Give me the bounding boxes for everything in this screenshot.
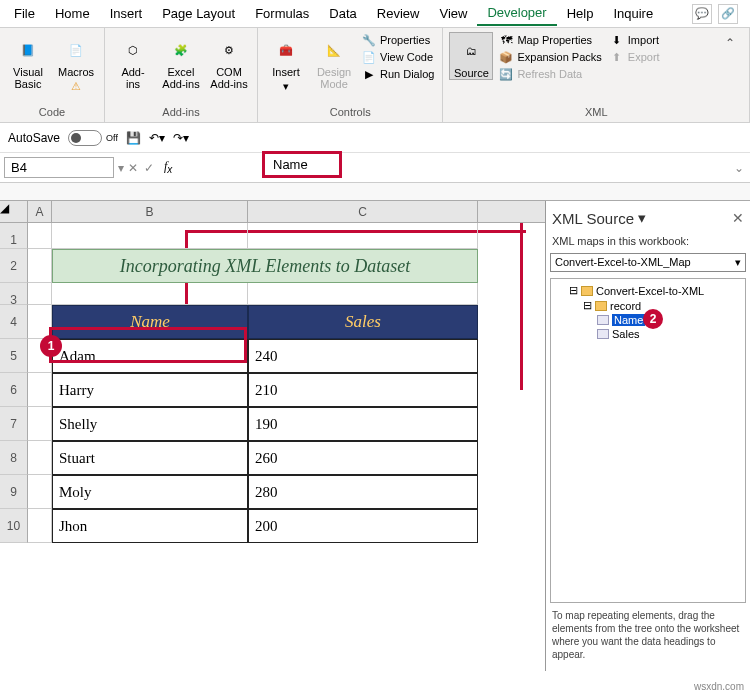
row-header-1[interactable]: 1 [0,223,28,249]
row-header-9[interactable]: 9 [0,475,28,509]
dropdown-icon[interactable]: ▾ [638,209,646,227]
source-label: Source [454,67,489,79]
tab-formulas[interactable]: Formulas [245,2,319,25]
col-header-c[interactable]: C [248,201,478,222]
callout-2: 2 [643,309,663,329]
save-icon[interactable]: 💾 [126,131,141,145]
map-properties-button[interactable]: 🗺Map Properties [497,32,603,48]
cell[interactable] [28,283,52,305]
col-header-b[interactable]: B [52,201,248,222]
cell[interactable] [28,249,52,283]
enter-formula-icon[interactable]: ✓ [144,161,154,175]
formula-input[interactable]: Name [262,151,342,178]
data-cell[interactable]: Jhon [52,509,248,543]
data-cell[interactable]: Adam [52,339,248,373]
undo-icon[interactable]: ↶▾ [149,131,165,145]
cell[interactable] [52,283,248,305]
data-cell[interactable]: 210 [248,373,478,407]
row-header-10[interactable]: 10 [0,509,28,543]
row-header-6[interactable]: 6 [0,373,28,407]
xml-source-pane: XML Source ▾ ✕ XML maps in this workbook… [545,201,750,671]
autosave-toggle[interactable] [68,130,102,146]
title-cell[interactable]: Incorporating XML Elements to Dataset [52,249,478,283]
com-addins-label: COM Add-ins [210,66,247,90]
data-cell[interactable]: 200 [248,509,478,543]
expansion-label: Expansion Packs [517,51,601,63]
excel-addins-button[interactable]: 🧩 Excel Add-ins [159,32,203,90]
row-header-2[interactable]: 2 [0,249,28,283]
collapse-ribbon-icon[interactable]: ⌃ [717,32,743,54]
com-addins-button[interactable]: ⚙ COM Add-ins [207,32,251,90]
cell[interactable] [28,509,52,543]
folder-icon [595,301,607,311]
tab-file[interactable]: File [4,2,45,25]
tab-insert[interactable]: Insert [100,2,153,25]
xml-source-button[interactable]: 🗂 Source [449,32,493,80]
tab-inquire[interactable]: Inquire [603,2,663,25]
expand-formula-bar-icon[interactable]: ⌄ [734,161,750,175]
row-header-4[interactable]: 4 [0,305,28,339]
run-dialog-button[interactable]: ▶Run Dialog [360,66,436,82]
ribbon-group-addins: ⬡ Add- ins 🧩 Excel Add-ins ⚙ COM Add-ins… [105,28,258,122]
cell[interactable] [28,305,52,339]
tab-page-layout[interactable]: Page Layout [152,2,245,25]
cell[interactable] [28,441,52,475]
row-header-8[interactable]: 8 [0,441,28,475]
cancel-formula-icon[interactable]: ✕ [128,161,138,175]
col-header-a[interactable]: A [28,201,52,222]
view-code-button[interactable]: 📄View Code [360,49,436,65]
tree-sales-node[interactable]: Sales [555,327,741,341]
cell[interactable] [248,283,478,305]
refresh-data-button[interactable]: 🔄Refresh Data [497,66,603,82]
cell[interactable] [28,407,52,441]
xml-map-select[interactable]: Convert-Excel-to-XML_Map ▾ [550,253,746,272]
close-pane-icon[interactable]: ✕ [732,210,744,226]
visual-basic-icon: 📘 [14,36,42,64]
data-cell[interactable]: Harry [52,373,248,407]
tab-help[interactable]: Help [557,2,604,25]
tab-data[interactable]: Data [319,2,366,25]
data-cell[interactable]: 240 [248,339,478,373]
tab-developer[interactable]: Developer [477,1,556,26]
header-sales-cell[interactable]: Sales [248,305,478,339]
chevron-down-icon: ▾ [735,256,741,269]
import-button[interactable]: ⬇Import [608,32,662,48]
expansion-packs-button[interactable]: 📦Expansion Packs [497,49,603,65]
worksheet-grid[interactable]: ◢ A B C 1 2 Incorporating XML Elements t… [0,201,545,671]
cell[interactable] [28,373,52,407]
row-header-3[interactable]: 3 [0,283,28,305]
export-button[interactable]: ⬆Export [608,49,662,65]
visual-basic-button[interactable]: 📘 Visual Basic [6,32,50,90]
data-cell[interactable]: Shelly [52,407,248,441]
data-cell[interactable]: 190 [248,407,478,441]
design-mode-button[interactable]: 📐 Design Mode [312,32,356,90]
design-mode-icon: 📐 [320,36,348,64]
header-name-cell[interactable]: Name [52,305,248,339]
comments-icon[interactable]: 💬 [692,4,712,24]
fx-icon[interactable]: fx [158,159,178,175]
tree-root[interactable]: ⊟Convert-Excel-to-XML [555,283,741,298]
share-icon[interactable]: 🔗 [718,4,738,24]
cell[interactable] [52,223,248,249]
data-cell[interactable]: Stuart [52,441,248,475]
cell[interactable] [248,223,478,249]
properties-button[interactable]: 🔧Properties [360,32,436,48]
tab-view[interactable]: View [429,2,477,25]
insert-control-button[interactable]: 🧰 Insert ▾ [264,32,308,92]
redo-icon[interactable]: ↷▾ [173,131,189,145]
refresh-label: Refresh Data [517,68,582,80]
select-all-corner[interactable]: ◢ [0,201,28,222]
name-box[interactable]: B4 [4,157,114,178]
tab-home[interactable]: Home [45,2,100,25]
addins-button[interactable]: ⬡ Add- ins [111,32,155,90]
cell[interactable] [28,223,52,249]
row-header-7[interactable]: 7 [0,407,28,441]
macros-button[interactable]: 📄 Macros ⚠ [54,32,98,92]
cell[interactable] [28,475,52,509]
xml-tree[interactable]: ⊟Convert-Excel-to-XML ⊟record Name Sales… [550,278,746,603]
data-cell[interactable]: Moly [52,475,248,509]
tab-review[interactable]: Review [367,2,430,25]
row-header-5[interactable]: 5 [0,339,28,373]
data-cell[interactable]: 280 [248,475,478,509]
data-cell[interactable]: 260 [248,441,478,475]
